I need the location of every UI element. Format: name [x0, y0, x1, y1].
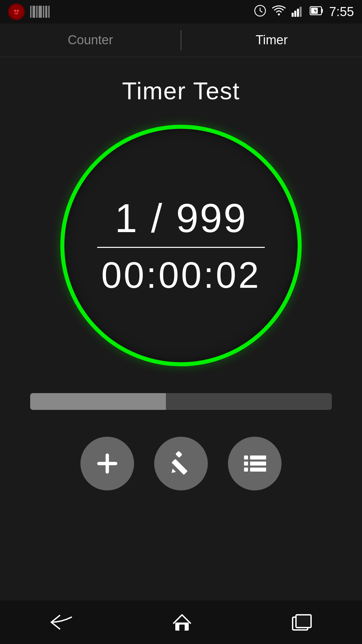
svg-point-3 — [14, 12, 18, 15]
edit-button[interactable] — [154, 437, 208, 490]
nav-home-button[interactable] — [165, 606, 199, 638]
svg-rect-9 — [294, 11, 296, 17]
svg-point-7 — [278, 13, 280, 15]
svg-rect-10 — [297, 9, 299, 17]
svg-point-1 — [14, 10, 16, 12]
progress-container — [30, 393, 332, 410]
svg-rect-25 — [250, 468, 266, 472]
app-icon — [8, 3, 25, 20]
tab-counter[interactable]: Counter — [0, 23, 181, 57]
bottom-nav — [0, 600, 362, 644]
battery-icon — [310, 5, 323, 19]
action-buttons — [80, 437, 282, 490]
svg-rect-19 — [175, 451, 182, 458]
svg-rect-23 — [250, 462, 266, 466]
timer-circle: 1 / 999 00:00:02 — [60, 125, 302, 366]
nav-back-button[interactable] — [43, 607, 80, 637]
wifi-icon — [272, 5, 286, 19]
svg-rect-13 — [321, 9, 323, 13]
svg-rect-20 — [244, 455, 248, 460]
list-button[interactable] — [228, 437, 282, 490]
clock-icon — [254, 5, 266, 19]
counter-display: 1 / 999 — [115, 196, 247, 240]
tab-timer[interactable]: Timer — [181, 23, 362, 57]
svg-rect-11 — [300, 7, 302, 17]
svg-line-6 — [260, 11, 262, 12]
svg-rect-18 — [172, 459, 188, 475]
svg-point-0 — [12, 7, 21, 16]
nav-recents-button[interactable] — [284, 606, 319, 638]
svg-rect-29 — [296, 615, 311, 628]
circle-container[interactable]: 1 / 999 00:00:02 — [60, 125, 302, 366]
status-bar: 7:55 — [0, 0, 362, 23]
svg-rect-17 — [97, 462, 117, 465]
svg-rect-24 — [244, 468, 248, 472]
time-display: 00:00:02 — [101, 255, 261, 295]
timer-name: Timer Test — [122, 77, 240, 105]
svg-rect-22 — [244, 462, 248, 466]
tab-bar: Counter Timer — [0, 23, 362, 57]
status-time: 7:55 — [329, 5, 354, 19]
svg-rect-8 — [292, 13, 294, 17]
status-right-icons: 7:55 — [254, 5, 354, 19]
barcode-icon — [30, 6, 50, 18]
svg-point-2 — [17, 10, 19, 12]
add-button[interactable] — [80, 437, 134, 490]
signal-icon — [292, 5, 304, 19]
circle-divider — [97, 247, 265, 248]
main-content: Timer Test 1 / 999 00:00:02 — [0, 57, 362, 490]
svg-rect-21 — [250, 455, 266, 460]
progress-bar — [30, 393, 166, 410]
svg-rect-27 — [179, 625, 185, 631]
status-left-icons — [8, 3, 50, 20]
